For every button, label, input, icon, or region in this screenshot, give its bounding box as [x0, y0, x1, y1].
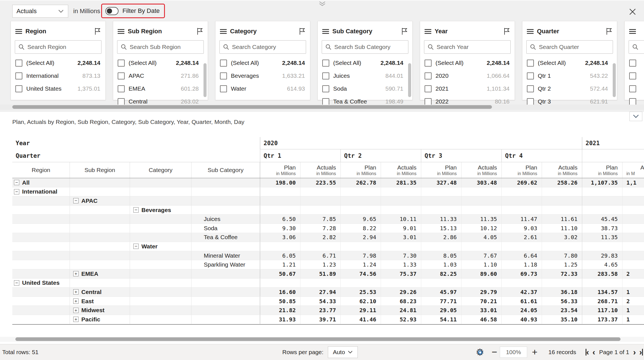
- checkbox[interactable]: [220, 60, 227, 67]
- zoom-level-field[interactable]: 100%: [500, 347, 527, 358]
- row-label: Mineral Water: [204, 252, 240, 259]
- hamburger-icon[interactable]: [118, 28, 124, 35]
- quarter-header[interactable]: Qtr 3: [421, 149, 501, 162]
- checkbox[interactable]: [322, 98, 329, 105]
- scrollbar-thumb[interactable]: [15, 337, 621, 341]
- collapse-icon[interactable]: −: [133, 207, 139, 213]
- checkbox[interactable]: [629, 85, 636, 92]
- search-input[interactable]: Search Quarter: [526, 40, 613, 54]
- hamburger-icon[interactable]: [220, 28, 227, 35]
- expand-icon[interactable]: +: [73, 308, 79, 313]
- checkbox[interactable]: [220, 72, 227, 79]
- quarter-header[interactable]: Qtr 1: [260, 149, 340, 162]
- checkbox[interactable]: [322, 72, 329, 79]
- checkbox[interactable]: [15, 72, 22, 79]
- flag-icon[interactable]: [299, 27, 306, 35]
- value-cell: [582, 206, 622, 215]
- search-input[interactable]: Search Category: [219, 40, 306, 54]
- filter-pane-horizontal-scrollbar[interactable]: [0, 105, 644, 110]
- checkbox[interactable]: [425, 72, 432, 79]
- checkbox[interactable]: [118, 72, 125, 79]
- panel-scrollbar[interactable]: [613, 63, 616, 97]
- value-column-header-plan[interactable]: Planin Millions: [421, 162, 461, 178]
- last-page-button[interactable]: ›: [639, 348, 643, 356]
- search-input[interactable]: [629, 40, 644, 54]
- panel-scrollbar[interactable]: [203, 63, 207, 97]
- rows-per-page-dropdown[interactable]: Auto: [328, 346, 358, 358]
- collapse-icon[interactable]: −: [73, 198, 79, 203]
- column-header-region[interactable]: Region: [12, 162, 70, 178]
- zoom-out-button[interactable]: −: [490, 347, 499, 358]
- filter-pane-collapse-handle[interactable]: [317, 1, 327, 7]
- filter-by-date-toggle[interactable]: [105, 7, 119, 15]
- checkbox[interactable]: [118, 60, 125, 67]
- first-page-button[interactable]: ‹: [586, 348, 589, 356]
- checkbox[interactable]: [629, 60, 636, 67]
- collapse-icon[interactable]: −: [14, 189, 19, 194]
- checkbox[interactable]: [425, 60, 432, 67]
- checkbox[interactable]: [322, 85, 329, 92]
- collapse-icon[interactable]: −: [133, 244, 139, 249]
- checkbox[interactable]: [322, 60, 329, 67]
- panel-scrollbar[interactable]: [408, 63, 411, 97]
- expand-icon[interactable]: +: [73, 317, 79, 322]
- hamburger-icon[interactable]: [425, 28, 431, 35]
- hamburger-icon[interactable]: [15, 28, 22, 35]
- search-input[interactable]: Search Year: [424, 40, 511, 54]
- checkbox[interactable]: [629, 72, 636, 79]
- quarter-header[interactable]: Qtr 2: [340, 149, 421, 162]
- scrollbar-thumb[interactable]: [12, 105, 492, 109]
- search-input[interactable]: Search Sub Region: [117, 40, 204, 54]
- column-header-sub-region[interactable]: Sub Region: [70, 162, 130, 178]
- checkbox[interactable]: [527, 85, 534, 92]
- checkbox[interactable]: [527, 72, 534, 79]
- collapse-icon[interactable]: −: [14, 180, 19, 185]
- value-column-header-plan[interactable]: Planin Millions: [260, 162, 300, 178]
- flag-icon[interactable]: [94, 27, 101, 35]
- checkbox[interactable]: [15, 60, 22, 67]
- value-column-header-plan[interactable]: Planin Millions: [582, 162, 622, 178]
- collapse-icon[interactable]: −: [14, 280, 19, 286]
- column-header-sub-category[interactable]: Sub Category: [191, 162, 260, 178]
- checkbox[interactable]: [425, 85, 432, 92]
- table-horizontal-scrollbar[interactable]: [0, 337, 644, 342]
- checkbox[interactable]: [629, 98, 636, 105]
- value-column-header-plan[interactable]: Planin Millions: [340, 162, 381, 178]
- search-input[interactable]: Search Region: [15, 40, 101, 54]
- value-column-header-clipped[interactable]: Ain M: [622, 162, 644, 178]
- checkbox[interactable]: [527, 98, 534, 105]
- hamburger-icon[interactable]: [322, 28, 329, 35]
- close-button[interactable]: [628, 7, 638, 17]
- value-column-header-actuals[interactable]: Actualsin Millions: [300, 162, 340, 178]
- checkbox[interactable]: [118, 98, 125, 105]
- flag-icon[interactable]: [606, 27, 612, 35]
- year-2020-header[interactable]: 2020: [260, 137, 582, 149]
- column-header-category[interactable]: Category: [130, 162, 191, 178]
- zoom-in-button[interactable]: +: [530, 347, 539, 358]
- expand-icon[interactable]: +: [73, 271, 79, 276]
- checkbox[interactable]: [118, 85, 125, 92]
- hamburger-icon[interactable]: [527, 28, 534, 35]
- value-column-header-plan[interactable]: Planin Millions: [501, 162, 542, 178]
- measure-dropdown[interactable]: Actuals: [12, 5, 68, 18]
- previous-page-button[interactable]: ‹: [593, 348, 595, 356]
- table-chevron-button[interactable]: [629, 112, 642, 121]
- value-column-header-actuals[interactable]: Actualsin Millions: [381, 162, 421, 178]
- flag-icon[interactable]: [401, 27, 408, 35]
- checkbox[interactable]: [527, 60, 534, 67]
- settings-gear-icon[interactable]: ⚙: [475, 347, 485, 357]
- flag-icon[interactable]: [503, 27, 510, 35]
- hamburger-icon[interactable]: [629, 28, 636, 35]
- next-page-button[interactable]: ›: [633, 348, 636, 356]
- expand-icon[interactable]: +: [73, 298, 79, 304]
- flag-icon[interactable]: [196, 27, 203, 35]
- value-column-header-actuals[interactable]: Actualsin Millions: [461, 162, 501, 178]
- checkbox[interactable]: [220, 85, 227, 92]
- quarter-header[interactable]: Qtr 4: [501, 149, 582, 162]
- checkbox[interactable]: [15, 85, 22, 92]
- checkbox[interactable]: [425, 98, 432, 105]
- year-2021-header[interactable]: 2021: [582, 137, 644, 149]
- value-column-header-actuals[interactable]: Actualsin Millions: [542, 162, 582, 178]
- search-input[interactable]: Search Sub Category: [322, 40, 408, 54]
- expand-icon[interactable]: +: [73, 289, 79, 295]
